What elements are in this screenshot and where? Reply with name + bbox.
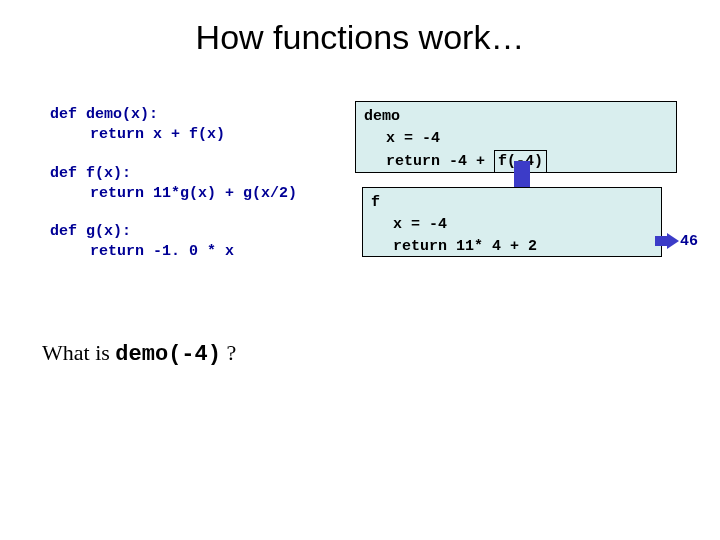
slide-title: How functions work… [0,18,720,57]
code-demo: def demo(x): return x + f(x) [50,105,297,146]
code-line: def demo(x): [50,105,297,125]
trace-fn-name: f [371,192,653,214]
arrow-right-icon [655,233,679,249]
code-f: def f(x): return 11*g(x) + g(x/2) [50,164,297,205]
question-prefix: What is [42,340,115,365]
trace-line: x = -4 [371,214,653,236]
code-g: def g(x): return -1. 0 * x [50,222,297,263]
question-call: demo(-4) [115,342,221,367]
trace-line: return 11* 4 + 2 [371,236,653,258]
trace-box-f: f x = -4 return 11* 4 + 2 [362,187,662,257]
trace-return-expr: 11* 4 + 2 [447,238,537,255]
trace-fn-name: demo [364,106,668,128]
code-definitions: def demo(x): return x + f(x) def f(x): r… [50,105,297,281]
code-line: return x + f(x) [50,125,297,145]
code-line: def f(x): [50,164,297,184]
trace-return-prefix: return -4 + [386,153,494,170]
code-line: return -1. 0 * x [50,242,297,262]
code-line: def g(x): [50,222,297,242]
question-text: What is demo(-4) ? [42,340,236,367]
trace-return-prefix: return [393,238,447,255]
question-suffix: ? [221,340,236,365]
trace-result: 46 [680,233,698,250]
code-line: return 11*g(x) + g(x/2) [50,184,297,204]
trace-line: x = -4 [364,128,668,150]
